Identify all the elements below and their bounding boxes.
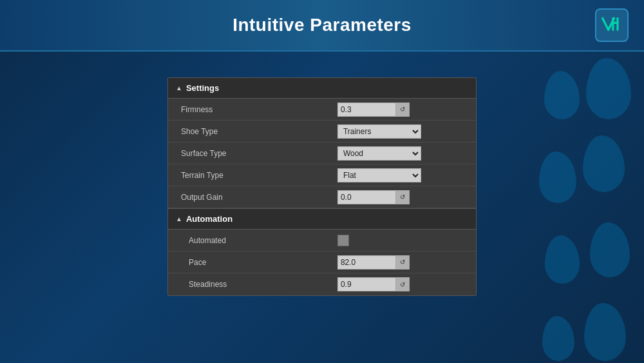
main-content: ▲ Settings Firmness ↺ Shoe Type Trainers… bbox=[0, 52, 644, 363]
steadiness-input-wrap: ↺ bbox=[337, 277, 421, 291]
header: Intuitive Parameters bbox=[0, 0, 644, 52]
settings-panel: ▲ Settings Firmness ↺ Shoe Type Trainers… bbox=[167, 77, 477, 296]
shoe-type-row: Shoe Type Trainers Running Casual Boots bbox=[168, 121, 476, 142]
steadiness-input[interactable] bbox=[337, 277, 395, 291]
automated-row: Automated bbox=[168, 230, 476, 251]
steadiness-scrub-btn[interactable]: ↺ bbox=[395, 277, 410, 291]
firmness-label: Firmness bbox=[168, 105, 337, 114]
terrain-type-control: Flat Hilly Mixed Mountain bbox=[337, 168, 476, 182]
settings-label: Settings bbox=[186, 83, 219, 93]
steadiness-control: ↺ bbox=[337, 277, 476, 291]
steadiness-row: Steadiness ↺ bbox=[168, 273, 476, 295]
output-gain-control: ↺ bbox=[337, 190, 476, 204]
surface-type-select[interactable]: Wood Concrete Grass Gravel bbox=[337, 146, 421, 161]
firmness-input[interactable] bbox=[337, 103, 395, 117]
terrain-type-row: Terrain Type Flat Hilly Mixed Mountain bbox=[168, 164, 476, 186]
automation-section-header: ▲ Automation bbox=[168, 208, 476, 230]
terrain-type-dropdown-wrap: Flat Hilly Mixed Mountain bbox=[337, 168, 421, 182]
firmness-scrub-btn[interactable]: ↺ bbox=[395, 103, 410, 117]
page-title: Intuitive Parameters bbox=[232, 15, 412, 35]
settings-section-header: ▲ Settings bbox=[168, 78, 476, 99]
pace-input-wrap: ↺ bbox=[337, 255, 421, 270]
output-gain-input-wrap: ↺ bbox=[337, 190, 421, 204]
pace-input[interactable] bbox=[337, 255, 395, 270]
surface-type-row: Surface Type Wood Concrete Grass Gravel bbox=[168, 142, 476, 164]
automated-control bbox=[337, 235, 476, 246]
svg-line-0 bbox=[603, 18, 609, 30]
shoe-type-control: Trainers Running Casual Boots bbox=[337, 124, 476, 139]
pace-label: Pace bbox=[168, 258, 337, 267]
automation-label: Automation bbox=[186, 214, 232, 224]
output-gain-row: Output Gain ↺ bbox=[168, 186, 476, 208]
output-gain-input[interactable] bbox=[337, 190, 395, 204]
surface-type-control: Wood Concrete Grass Gravel bbox=[337, 146, 476, 161]
logo-icon bbox=[600, 14, 623, 37]
pace-scrub-btn[interactable]: ↺ bbox=[395, 255, 410, 270]
settings-collapse-icon[interactable]: ▲ bbox=[176, 84, 182, 92]
output-gain-scrub-btn[interactable]: ↺ bbox=[395, 190, 410, 204]
terrain-type-select[interactable]: Flat Hilly Mixed Mountain bbox=[337, 168, 421, 182]
shoe-type-dropdown-wrap: Trainers Running Casual Boots bbox=[337, 124, 421, 139]
automated-label: Automated bbox=[168, 236, 337, 245]
shoe-type-select[interactable]: Trainers Running Casual Boots bbox=[337, 124, 421, 139]
pace-row: Pace ↺ bbox=[168, 251, 476, 273]
footprint-decoration bbox=[515, 52, 644, 363]
firmness-row: Firmness ↺ bbox=[168, 99, 476, 121]
pace-control: ↺ bbox=[337, 255, 476, 270]
surface-type-dropdown-wrap: Wood Concrete Grass Gravel bbox=[337, 146, 421, 161]
firmness-control: ↺ bbox=[337, 103, 476, 117]
brand-logo bbox=[595, 8, 629, 42]
automation-collapse-icon[interactable]: ▲ bbox=[176, 215, 182, 222]
terrain-type-label: Terrain Type bbox=[168, 171, 337, 180]
shoe-type-label: Shoe Type bbox=[168, 127, 337, 136]
output-gain-label: Output Gain bbox=[168, 193, 337, 202]
firmness-input-wrap: ↺ bbox=[337, 103, 421, 117]
steadiness-label: Steadiness bbox=[168, 280, 337, 289]
automated-checkbox[interactable] bbox=[337, 235, 349, 246]
surface-type-label: Surface Type bbox=[168, 149, 337, 158]
